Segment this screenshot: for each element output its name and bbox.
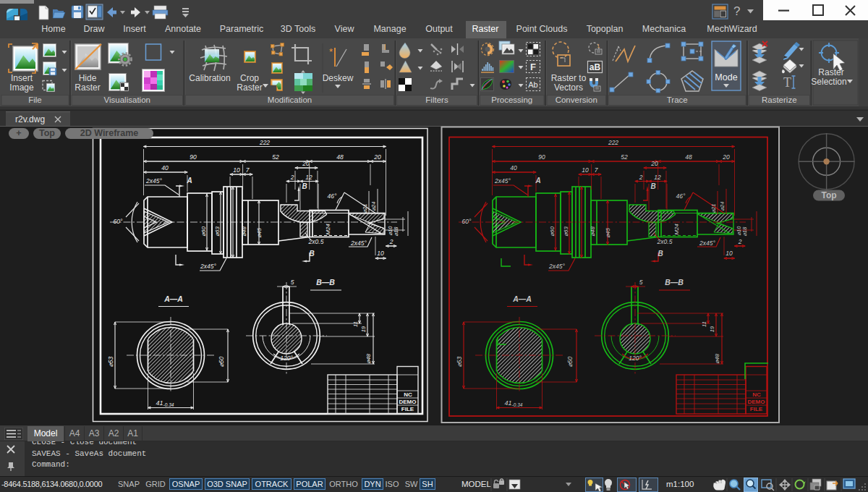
svg-text:Deskew: Deskew [323,73,354,83]
svg-text:Hide: Hide [79,73,97,83]
svg-text:Filters: Filters [425,96,448,104]
svg-text:Raster: Raster [818,67,843,77]
svg-text:1: 1 [597,43,600,49]
svg-text:Conversion: Conversion [556,96,597,104]
svg-text:?: ? [733,4,740,18]
svg-text:aB: aB [590,62,601,72]
svg-text:Modification: Modification [268,96,312,104]
svg-text:Rasterize: Rasterize [762,96,797,104]
svg-text:Insert: Insert [11,73,33,83]
svg-text:Trace: Trace [667,96,688,104]
svg-text:Image: Image [9,82,34,93]
svg-text:*: * [329,46,333,57]
svg-text:Selection: Selection [811,77,846,87]
svg-text:Ab: Ab [528,80,537,89]
svg-text:Vectors: Vectors [554,82,583,93]
svg-text:Raster to: Raster to [551,73,587,83]
svg-text:Raster: Raster [75,82,100,93]
svg-text:Mode: Mode [715,72,737,82]
svg-text:Crop: Crop [240,73,259,83]
svg-text:F: F [530,62,536,72]
svg-text:File: File [28,96,42,104]
svg-text:Visualisation: Visualisation [104,96,150,104]
svg-text:Top: Top [821,190,836,200]
svg-text:T: T [783,75,791,90]
svg-text:Processing: Processing [491,96,532,104]
svg-text:Raster: Raster [237,82,262,93]
svg-text:Calibration: Calibration [189,73,230,83]
